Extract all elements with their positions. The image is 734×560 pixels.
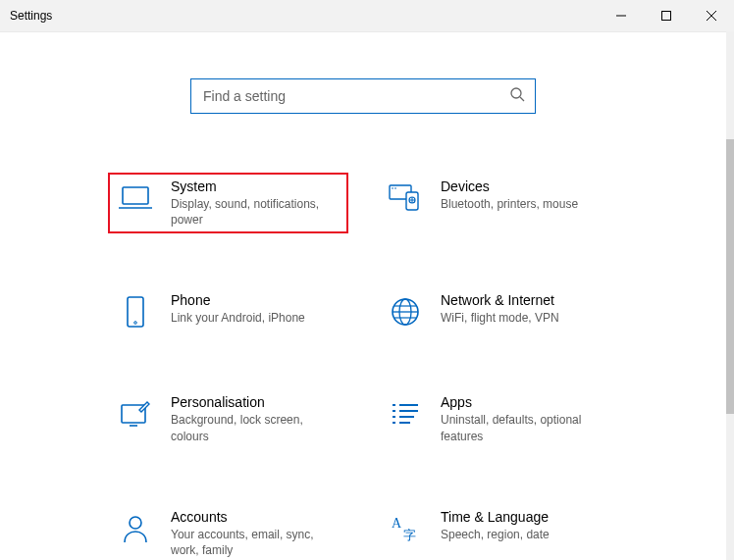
time-language-icon: A字 bbox=[388, 511, 423, 546]
tile-text: Personalisation Background, lock screen,… bbox=[171, 394, 338, 443]
tile-desc: WiFi, flight mode, VPN bbox=[441, 310, 559, 326]
tile-desc: Link your Android, iPhone bbox=[171, 310, 305, 326]
tile-title: Personalisation bbox=[171, 394, 338, 410]
tile-devices[interactable]: Devices Bluetooth, printers, mouse bbox=[378, 173, 618, 233]
tile-text: Apps Uninstall, defaults, optional featu… bbox=[441, 394, 607, 443]
close-icon bbox=[707, 11, 716, 21]
content-area: System Display, sound, notifications, po… bbox=[0, 31, 726, 560]
minimize-icon bbox=[616, 11, 626, 21]
tile-desc: Speech, region, date bbox=[441, 527, 550, 542]
maximize-icon bbox=[661, 11, 671, 21]
tile-desc: Bluetooth, printers, mouse bbox=[441, 196, 578, 212]
apps-icon bbox=[388, 396, 423, 432]
tile-text: Time & Language Speech, region, date bbox=[441, 509, 550, 542]
scrollbar[interactable] bbox=[726, 31, 734, 560]
category-grid: System Display, sound, notifications, po… bbox=[0, 173, 726, 560]
tile-apps[interactable]: Apps Uninstall, defaults, optional featu… bbox=[378, 388, 618, 449]
svg-text:A: A bbox=[392, 516, 402, 531]
accounts-icon bbox=[118, 511, 153, 546]
svg-line-5 bbox=[520, 97, 524, 101]
tile-title: Network & Internet bbox=[441, 292, 559, 308]
tile-accounts[interactable]: Accounts Your accounts, email, sync, wor… bbox=[108, 503, 348, 560]
maximize-button[interactable] bbox=[644, 0, 689, 31]
titlebar: Settings bbox=[0, 0, 734, 32]
minimize-button[interactable] bbox=[599, 0, 644, 31]
search-container bbox=[0, 78, 726, 114]
tile-title: Phone bbox=[171, 292, 305, 308]
search-input[interactable] bbox=[201, 87, 509, 105]
globe-icon bbox=[388, 294, 423, 330]
tile-title: System bbox=[171, 178, 338, 194]
svg-point-9 bbox=[392, 187, 393, 189]
svg-text:字: 字 bbox=[403, 528, 416, 542]
devices-icon bbox=[388, 180, 423, 216]
window-controls bbox=[599, 0, 734, 31]
tile-system[interactable]: System Display, sound, notifications, po… bbox=[108, 173, 348, 233]
tile-text: Network & Internet WiFi, flight mode, VP… bbox=[441, 292, 559, 326]
tile-title: Accounts bbox=[171, 509, 338, 525]
svg-rect-1 bbox=[662, 12, 671, 21]
tile-title: Apps bbox=[441, 394, 607, 410]
svg-point-16 bbox=[134, 322, 137, 325]
scrollbar-thumb[interactable] bbox=[726, 139, 734, 414]
tile-desc: Display, sound, notifications, power bbox=[171, 196, 338, 228]
svg-rect-6 bbox=[123, 187, 148, 204]
svg-rect-15 bbox=[128, 297, 143, 327]
laptop-icon bbox=[118, 180, 153, 216]
tile-personalisation[interactable]: Personalisation Background, lock screen,… bbox=[108, 388, 348, 449]
search-icon bbox=[509, 86, 525, 106]
tile-title: Time & Language bbox=[441, 509, 550, 525]
svg-point-4 bbox=[511, 88, 521, 98]
tile-text: Devices Bluetooth, printers, mouse bbox=[441, 178, 578, 212]
search-box[interactable] bbox=[190, 78, 536, 114]
window-title: Settings bbox=[0, 9, 52, 23]
settings-window: Settings bbox=[0, 0, 734, 560]
svg-point-10 bbox=[394, 187, 396, 189]
tile-time-language[interactable]: A字 Time & Language Speech, region, date bbox=[378, 503, 618, 560]
tile-phone[interactable]: Phone Link your Android, iPhone bbox=[108, 286, 348, 335]
tile-text: Accounts Your accounts, email, sync, wor… bbox=[171, 509, 338, 558]
tile-desc: Uninstall, defaults, optional features bbox=[441, 412, 607, 443]
tile-desc: Background, lock screen, colours bbox=[171, 412, 338, 443]
svg-point-32 bbox=[130, 517, 141, 529]
personalisation-icon bbox=[118, 396, 153, 432]
close-button[interactable] bbox=[689, 0, 734, 31]
tile-network[interactable]: Network & Internet WiFi, flight mode, VP… bbox=[378, 286, 618, 335]
tile-text: Phone Link your Android, iPhone bbox=[171, 292, 305, 326]
tile-desc: Your accounts, email, sync, work, family bbox=[171, 527, 338, 558]
tile-text: System Display, sound, notifications, po… bbox=[171, 178, 338, 228]
phone-icon bbox=[118, 294, 153, 330]
tile-title: Devices bbox=[441, 178, 578, 194]
